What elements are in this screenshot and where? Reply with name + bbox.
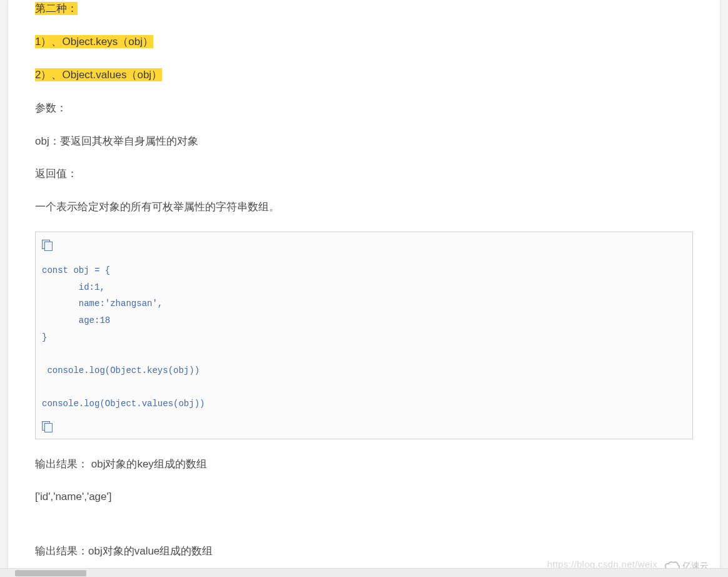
horizontal-scrollbar[interactable] bbox=[0, 568, 728, 577]
return-label: 返回值： bbox=[35, 165, 693, 183]
output1-value: ['id','name','age'] bbox=[35, 488, 693, 506]
highlight-text: 1）、Object.keys（obj） bbox=[35, 35, 153, 48]
params-label: 参数： bbox=[35, 100, 693, 118]
heading-second: 第二种： bbox=[35, 0, 693, 18]
code-content: const obj = { id:1, name:'zhangsan', age… bbox=[42, 262, 686, 412]
scrollbar-thumb[interactable] bbox=[15, 570, 86, 576]
highlight-text: 第二种： bbox=[35, 2, 78, 15]
list-item-1: 1）、Object.keys（obj） bbox=[35, 33, 693, 51]
spacer bbox=[35, 521, 693, 528]
copy-icon[interactable] bbox=[42, 421, 53, 432]
output1-label: 输出结果： obj对象的key组成的数组 bbox=[35, 456, 693, 474]
article-card: 第二种： 1）、Object.keys（obj） 2）、Object.value… bbox=[8, 0, 720, 577]
copy-icon[interactable] bbox=[42, 240, 53, 251]
code-block: const obj = { id:1, name:'zhangsan', age… bbox=[35, 232, 693, 439]
return-desc: 一个表示给定对象的所有可枚举属性的字符串数组。 bbox=[35, 198, 693, 217]
params-desc: obj：要返回其枚举自身属性的对象 bbox=[35, 133, 693, 151]
highlight-text: 2）、Object.values（obj） bbox=[35, 68, 162, 81]
output2-label: 输出结果：obj对象的value组成的数组 bbox=[35, 543, 693, 561]
list-item-2: 2）、Object.values（obj） bbox=[35, 66, 693, 84]
